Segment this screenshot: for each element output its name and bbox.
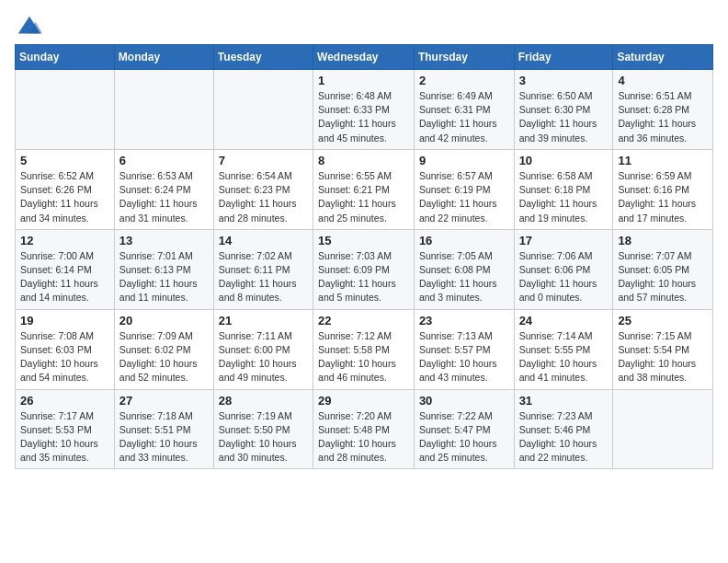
calendar-cell: 23 Sunrise: 7:13 AM Sunset: 5:57 PM Dayl… (414, 309, 514, 389)
calendar-week-row: 12 Sunrise: 7:00 AM Sunset: 6:14 PM Dayl… (16, 229, 713, 309)
day-info: Sunrise: 6:55 AM Sunset: 6:21 PM Dayligh… (318, 169, 409, 225)
calendar-cell: 5 Sunrise: 6:52 AM Sunset: 6:26 PM Dayli… (16, 149, 115, 229)
weekday-header-monday: Monday (114, 45, 213, 70)
day-number: 29 (318, 394, 409, 408)
day-info: Sunrise: 7:17 AM Sunset: 5:53 PM Dayligh… (20, 409, 109, 465)
day-info: Sunrise: 7:23 AM Sunset: 5:46 PM Dayligh… (519, 409, 609, 465)
day-number: 31 (519, 394, 609, 408)
day-info: Sunrise: 6:50 AM Sunset: 6:30 PM Dayligh… (519, 89, 609, 145)
day-number: 25 (618, 314, 708, 327)
day-number: 7 (219, 154, 308, 167)
day-info: Sunrise: 7:03 AM Sunset: 6:09 PM Dayligh… (318, 249, 409, 305)
calendar-cell: 15 Sunrise: 7:03 AM Sunset: 6:09 PM Dayl… (313, 229, 415, 309)
weekday-header-tuesday: Tuesday (213, 45, 313, 70)
calendar-cell: 20 Sunrise: 7:09 AM Sunset: 6:02 PM Dayl… (114, 309, 213, 389)
calendar-cell: 27 Sunrise: 7:18 AM Sunset: 5:51 PM Dayl… (114, 389, 213, 469)
day-number: 3 (519, 74, 609, 87)
calendar-cell: 4 Sunrise: 6:51 AM Sunset: 6:28 PM Dayli… (613, 70, 713, 150)
day-number: 13 (119, 234, 209, 247)
day-info: Sunrise: 6:51 AM Sunset: 6:28 PM Dayligh… (618, 89, 708, 145)
day-info: Sunrise: 7:06 AM Sunset: 6:06 PM Dayligh… (519, 249, 609, 305)
calendar-cell (613, 389, 713, 469)
day-number: 10 (519, 154, 609, 167)
day-info: Sunrise: 6:59 AM Sunset: 6:16 PM Dayligh… (618, 169, 708, 225)
day-info: Sunrise: 6:49 AM Sunset: 6:31 PM Dayligh… (419, 89, 509, 145)
calendar-table: SundayMondayTuesdayWednesdayThursdayFrid… (15, 44, 713, 469)
day-info: Sunrise: 7:12 AM Sunset: 5:58 PM Dayligh… (318, 329, 409, 385)
day-info: Sunrise: 7:00 AM Sunset: 6:14 PM Dayligh… (20, 249, 109, 305)
day-number: 18 (618, 234, 708, 247)
day-info: Sunrise: 7:22 AM Sunset: 5:47 PM Dayligh… (419, 409, 509, 465)
calendar-cell: 25 Sunrise: 7:15 AM Sunset: 5:54 PM Dayl… (613, 309, 713, 389)
weekday-header-friday: Friday (514, 45, 613, 70)
day-info: Sunrise: 7:18 AM Sunset: 5:51 PM Dayligh… (119, 409, 209, 465)
day-info: Sunrise: 6:52 AM Sunset: 6:26 PM Dayligh… (20, 169, 109, 225)
calendar-cell: 10 Sunrise: 6:58 AM Sunset: 6:18 PM Dayl… (514, 149, 613, 229)
day-number: 16 (419, 234, 509, 247)
logo-icon (17, 15, 42, 40)
calendar-cell: 29 Sunrise: 7:20 AM Sunset: 5:48 PM Dayl… (313, 389, 415, 469)
calendar-header-row: SundayMondayTuesdayWednesdayThursdayFrid… (16, 45, 713, 70)
day-info: Sunrise: 7:14 AM Sunset: 5:55 PM Dayligh… (519, 329, 609, 385)
day-info: Sunrise: 7:02 AM Sunset: 6:11 PM Dayligh… (219, 249, 308, 305)
day-number: 1 (318, 74, 409, 87)
day-number: 19 (20, 314, 109, 327)
weekday-header-wednesday: Wednesday (313, 45, 415, 70)
calendar-cell: 16 Sunrise: 7:05 AM Sunset: 6:08 PM Dayl… (414, 229, 514, 309)
weekday-header-saturday: Saturday (613, 45, 713, 70)
calendar-cell: 24 Sunrise: 7:14 AM Sunset: 5:55 PM Dayl… (514, 309, 613, 389)
day-info: Sunrise: 6:48 AM Sunset: 6:33 PM Dayligh… (318, 89, 409, 145)
calendar-cell (114, 70, 213, 150)
day-number: 26 (20, 394, 109, 408)
day-number: 17 (519, 234, 609, 247)
day-number: 20 (119, 314, 209, 327)
page-header (15, 15, 713, 35)
calendar-cell (16, 70, 115, 150)
weekday-header-sunday: Sunday (16, 45, 115, 70)
day-info: Sunrise: 7:09 AM Sunset: 6:02 PM Dayligh… (119, 329, 209, 385)
calendar-cell: 1 Sunrise: 6:48 AM Sunset: 6:33 PM Dayli… (313, 70, 415, 150)
day-number: 22 (318, 314, 409, 327)
calendar-cell: 22 Sunrise: 7:12 AM Sunset: 5:58 PM Dayl… (313, 309, 415, 389)
day-number: 30 (419, 394, 509, 408)
calendar-cell: 9 Sunrise: 6:57 AM Sunset: 6:19 PM Dayli… (414, 149, 514, 229)
day-number: 8 (318, 154, 409, 167)
day-number: 5 (20, 154, 109, 167)
calendar-cell: 19 Sunrise: 7:08 AM Sunset: 6:03 PM Dayl… (16, 309, 115, 389)
day-number: 23 (419, 314, 509, 327)
weekday-header-thursday: Thursday (414, 45, 514, 70)
calendar-cell: 14 Sunrise: 7:02 AM Sunset: 6:11 PM Dayl… (213, 229, 313, 309)
day-info: Sunrise: 7:07 AM Sunset: 6:05 PM Dayligh… (618, 249, 708, 305)
day-number: 2 (419, 74, 509, 87)
day-number: 21 (219, 314, 308, 327)
calendar-cell: 30 Sunrise: 7:22 AM Sunset: 5:47 PM Dayl… (414, 389, 514, 469)
day-info: Sunrise: 6:57 AM Sunset: 6:19 PM Dayligh… (419, 169, 509, 225)
day-info: Sunrise: 7:13 AM Sunset: 5:57 PM Dayligh… (419, 329, 509, 385)
day-number: 9 (419, 154, 509, 167)
day-info: Sunrise: 7:08 AM Sunset: 6:03 PM Dayligh… (20, 329, 109, 385)
calendar-cell (213, 70, 313, 150)
day-number: 15 (318, 234, 409, 247)
day-number: 28 (219, 394, 308, 408)
day-info: Sunrise: 7:20 AM Sunset: 5:48 PM Dayligh… (318, 409, 409, 465)
day-info: Sunrise: 7:15 AM Sunset: 5:54 PM Dayligh… (618, 329, 708, 385)
calendar-cell: 31 Sunrise: 7:23 AM Sunset: 5:46 PM Dayl… (514, 389, 613, 469)
logo (15, 15, 42, 35)
day-number: 6 (119, 154, 209, 167)
day-number: 11 (618, 154, 708, 167)
calendar-week-row: 5 Sunrise: 6:52 AM Sunset: 6:26 PM Dayli… (16, 149, 713, 229)
day-info: Sunrise: 7:11 AM Sunset: 6:00 PM Dayligh… (219, 329, 308, 385)
day-number: 27 (119, 394, 209, 408)
day-number: 4 (618, 74, 708, 87)
calendar-week-row: 1 Sunrise: 6:48 AM Sunset: 6:33 PM Dayli… (16, 70, 713, 150)
day-info: Sunrise: 6:54 AM Sunset: 6:23 PM Dayligh… (219, 169, 308, 225)
calendar-cell: 17 Sunrise: 7:06 AM Sunset: 6:06 PM Dayl… (514, 229, 613, 309)
calendar-cell: 13 Sunrise: 7:01 AM Sunset: 6:13 PM Dayl… (114, 229, 213, 309)
calendar-week-row: 26 Sunrise: 7:17 AM Sunset: 5:53 PM Dayl… (16, 389, 713, 469)
calendar-cell: 18 Sunrise: 7:07 AM Sunset: 6:05 PM Dayl… (613, 229, 713, 309)
day-info: Sunrise: 6:58 AM Sunset: 6:18 PM Dayligh… (519, 169, 609, 225)
calendar-cell: 2 Sunrise: 6:49 AM Sunset: 6:31 PM Dayli… (414, 70, 514, 150)
calendar-week-row: 19 Sunrise: 7:08 AM Sunset: 6:03 PM Dayl… (16, 309, 713, 389)
calendar-cell: 12 Sunrise: 7:00 AM Sunset: 6:14 PM Dayl… (16, 229, 115, 309)
day-info: Sunrise: 7:05 AM Sunset: 6:08 PM Dayligh… (419, 249, 509, 305)
